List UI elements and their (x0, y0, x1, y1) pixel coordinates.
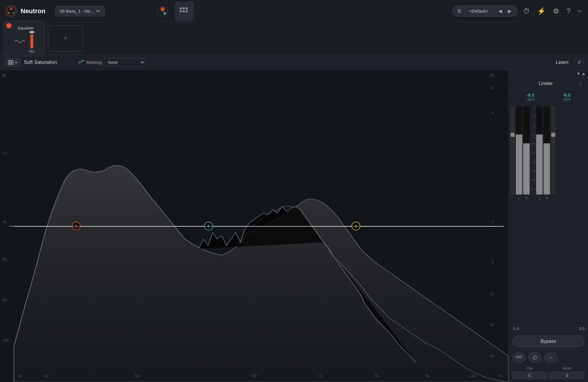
right-R-label: R (544, 196, 550, 200)
eq-toolbar: ▾ Soft Saturation Masking None Track 1 T… (0, 55, 588, 70)
scale-minf: -Inf (531, 188, 535, 191)
width-label: Width (562, 366, 572, 371)
masking-select[interactable]: None Track 1 Track 2 Track 3 (104, 58, 145, 67)
svg-point-19 (520, 356, 522, 358)
limiter-menu-icon: ⋮ (578, 81, 583, 87)
svg-point-3 (13, 12, 14, 14)
width-section: Width 0 (550, 366, 585, 379)
right-rms-value: -15.4 (562, 97, 570, 102)
panel-scroll-down-arrow[interactable]: ▼ (576, 71, 580, 76)
left-R-fill (523, 143, 530, 195)
masking-area: Masking None Track 1 Track 2 Track 3 (78, 58, 145, 67)
masking-icon (78, 59, 85, 65)
svg-point-18 (516, 356, 518, 358)
left-peak-value: -9.3 (526, 92, 534, 97)
right-bar-group (536, 106, 550, 195)
nav-icons (153, 1, 194, 21)
mix-knob[interactable]: Mix (29, 31, 35, 54)
limiter-title: Limiter (513, 81, 578, 86)
bypass-button[interactable]: Bypass (512, 336, 584, 347)
svg-point-2 (10, 8, 12, 10)
meter-scale: 0 -3 -6 -10 -15 -20 -30 -40 -50 -Inf (531, 103, 535, 192)
track-name-button[interactable]: 09 Bass_1 - Ne... ✏ (55, 6, 105, 16)
left-L-bar (516, 106, 522, 195)
track-name-label: 09 Bass_1 - Ne... (60, 9, 94, 14)
pan-link-button[interactable] (512, 352, 526, 363)
right-peak-value: -9.3 (563, 92, 570, 97)
left-bar-group (516, 106, 530, 195)
lightning-button[interactable]: ⚡ (535, 5, 548, 17)
width-value[interactable]: 0 (550, 372, 585, 379)
limiter-menu-button[interactable]: ⋮ (578, 80, 583, 87)
preset-bar: ☰ <Default> ◀ ▶ (453, 6, 518, 16)
app-name: Neutron (21, 7, 45, 15)
learn-button[interactable]: Learn (554, 58, 571, 67)
scale-m40: -40 (531, 170, 535, 173)
meter-bottom-values: -1.9 0.0 (509, 326, 588, 333)
reset-button[interactable]: ↺ (574, 58, 583, 67)
preset-prev-button[interactable]: ◀ (497, 8, 504, 14)
module-title: Equalizer (18, 26, 34, 30)
svg-point-7 (163, 12, 166, 15)
right-gain-slider[interactable] (551, 106, 555, 195)
eq-node-1-label: 1 (75, 224, 77, 228)
preset-next-button[interactable]: ▶ (506, 8, 513, 14)
phase-button[interactable]: ∅ (528, 352, 542, 363)
width-toggle-button[interactable]: ↔ (544, 352, 558, 363)
svg-rect-8 (180, 7, 182, 9)
pan-value[interactable]: C (512, 372, 547, 379)
module-power-button[interactable] (6, 23, 11, 28)
signal-button[interactable]: ~ (576, 5, 583, 17)
left-gain-value: -1.9 (512, 326, 519, 331)
scale-m50: -50 (531, 179, 535, 182)
pan-label: Pan (527, 366, 533, 371)
svg-point-6 (161, 7, 165, 11)
eq-mode-label: Soft Saturation (24, 59, 57, 65)
eq-node-1[interactable]: 1 (72, 222, 81, 230)
bottom-controls: ∅ ↔ (509, 350, 588, 365)
panel-scroll-up-arrow[interactable]: ▲ (582, 71, 586, 76)
svg-point-4 (8, 12, 10, 14)
eq-canvas[interactable]: dB -20 -40 -60 -80 -100 dB 12 6 0 -6 -12… (0, 70, 508, 382)
pan-width-row: Pan C Width 0 (509, 365, 588, 382)
module-strip: Equalizer Mix + (0, 22, 588, 55)
panel-arrows: ▼ ▲ (509, 70, 588, 77)
scale-m6: -6 (531, 124, 535, 128)
masking-label: Masking (86, 60, 102, 65)
svg-rect-12 (183, 10, 185, 12)
eq-node-3[interactable]: 3 (351, 222, 360, 230)
scale-m20: -20 (531, 152, 535, 155)
eq-node-2[interactable]: 2 (204, 222, 213, 230)
limiter-header: Limiter ⋮ (509, 77, 588, 90)
nav-orb-button[interactable] (153, 1, 172, 21)
history-button[interactable]: ⏱ (521, 5, 532, 17)
left-gain-slider[interactable] (511, 106, 515, 195)
right-slider-thumb (551, 133, 555, 137)
nav-grid-button[interactable] (175, 1, 194, 21)
right-lr-labels: L R (536, 196, 550, 200)
svg-rect-14 (8, 60, 9, 64)
left-slider-thumb (511, 133, 515, 137)
right-L-fill (536, 134, 543, 195)
add-module-button[interactable]: + (48, 25, 83, 52)
pan-section: Pan C (512, 366, 547, 379)
eq-view-button[interactable]: ▾ (5, 58, 20, 67)
right-L-bar (536, 106, 543, 195)
left-meter-readout: -9.3 -15.4 (526, 92, 534, 102)
scale-m30: -30 (531, 161, 535, 164)
help-button[interactable]: ? (565, 5, 572, 17)
left-L-fill (516, 134, 522, 195)
left-R-label: R (523, 196, 530, 200)
add-module-icon: + (63, 33, 68, 44)
right-R-fill (544, 143, 550, 195)
svg-rect-9 (183, 7, 185, 9)
right-L-label: L (536, 196, 543, 200)
left-lr-labels: L R (516, 196, 530, 200)
meter-readouts: -9.3 -15.4 -9.3 -15.4 (509, 90, 588, 102)
right-meter-readout: -9.3 -15.4 (562, 92, 570, 102)
module-wave-icon (14, 38, 26, 47)
left-L-label: L (516, 196, 522, 200)
settings-button[interactable]: ⚙ (551, 5, 561, 17)
preset-label: <Default> (463, 9, 494, 14)
edit-icon: ✏ (96, 9, 100, 14)
